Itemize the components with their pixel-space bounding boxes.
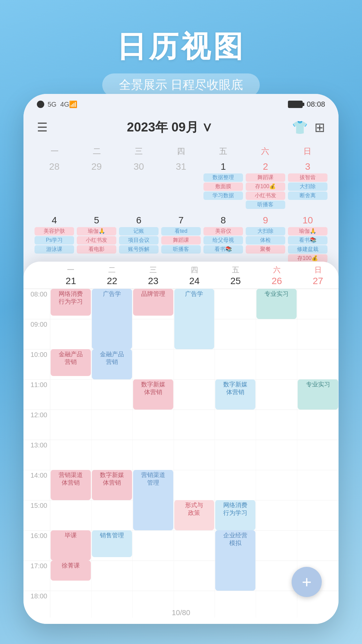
week-col-sat: 六26 xyxy=(256,265,297,286)
cal-day-29[interactable]: 29 xyxy=(76,160,117,211)
time-display: 08:08 xyxy=(307,100,325,109)
week-col-wed: 三23 xyxy=(133,265,174,286)
week-view-card: 一21 二22 三23 四24 五25 六26 日27 08 xyxy=(23,262,339,624)
progress-text: 10/80 xyxy=(172,608,190,617)
status-right: 08:08 xyxy=(288,100,325,109)
page-title: 日历视图 xyxy=(0,0,362,67)
event-biz-sim[interactable]: 企业经营模拟 xyxy=(215,530,255,591)
week-col-thu: 四24 xyxy=(174,265,215,286)
week-col-mon: 一21 xyxy=(50,265,92,286)
cal-day-3[interactable]: 3 拔智齿 大扫除 断舍离 xyxy=(287,160,328,211)
event-spec-sun[interactable]: 专业实习 xyxy=(298,379,338,410)
event-class-mon[interactable]: 毕课 xyxy=(51,530,91,560)
hero-badge: 全景展示 日程尽收眼底 xyxy=(0,73,362,97)
event-fin-prod[interactable]: 金融产品营销 xyxy=(51,349,91,376)
calendar-row-1: 28 29 30 31 1 数据整理 敷面膜 学习数据 2 舞蹈课 存100💰 … xyxy=(34,160,328,211)
progress-bar: 10/80 xyxy=(23,608,339,617)
event-form-thu[interactable]: 形式与政策 xyxy=(174,500,215,530)
day-col-fri: 数字新媒体营销 网络消费行为学习 企业经营模拟 xyxy=(215,289,256,618)
event-digital-new-fri[interactable]: 数字新媒体营销 xyxy=(215,379,255,410)
cal-day-31[interactable]: 31 xyxy=(160,160,202,211)
week-body: 08:00 09:00 10:00 11:00 12:00 13:00 14:0… xyxy=(23,289,339,618)
event-class2-tue[interactable]: 销售管理 xyxy=(92,530,132,557)
event-practice-mon[interactable]: 徐菁课 xyxy=(51,560,91,581)
month-title[interactable]: 2023年 09月 ∨ xyxy=(127,119,213,136)
event-network-marketing[interactable]: 网络消费行为学习 xyxy=(51,289,91,316)
week-col-fri: 五25 xyxy=(215,265,256,286)
event-digital-new-media-tue[interactable]: 数字新媒体营销 xyxy=(92,470,132,500)
weekday-fri: 五 xyxy=(202,144,244,159)
event-channel-mgmt[interactable]: 营销渠道管理 xyxy=(133,470,173,530)
weekday-thu: 四 xyxy=(160,144,202,159)
event-marketing-channel-mon[interactable]: 营销渠道体营销 xyxy=(51,470,91,500)
week-header: 一21 二22 三23 四24 五25 六26 日27 xyxy=(23,262,339,289)
day-col-thu: 广告学 形式与政策 xyxy=(174,289,215,618)
weekday-mon: 一 xyxy=(34,144,76,159)
event-spec-sat[interactable]: 专业实习 xyxy=(256,289,297,319)
camera-icon xyxy=(37,101,44,108)
cal-day-28[interactable]: 28 xyxy=(34,160,75,211)
day-col-tue: 广告学 金融产品营销 数字新媒体营销 销售管理 xyxy=(92,289,133,618)
time-column: 08:00 09:00 10:00 11:00 12:00 13:00 14:0… xyxy=(23,289,50,618)
event-mktg-wed[interactable]: 品牌管理 xyxy=(133,289,173,316)
days-grid: 网络消费行为学习 金融产品营销 营销渠道体营销 毕课 徐菁课 广告学 金融产品营… xyxy=(50,289,339,618)
weekday-sat: 六 xyxy=(244,144,287,159)
hero-badge-text: 全景展示 日程尽收眼底 xyxy=(102,73,260,97)
battery-icon xyxy=(288,101,303,108)
cal-day-1[interactable]: 1 数据整理 敷面膜 学习数据 xyxy=(202,160,244,211)
status-bar: 5G 4G📶 08:08 xyxy=(23,94,339,112)
weekday-sun: 日 xyxy=(286,144,328,159)
week-col-sun: 日27 xyxy=(297,265,339,286)
status-left: 5G 4G📶 xyxy=(37,100,77,108)
event-fin-tue[interactable]: 金融产品营销 xyxy=(92,349,132,379)
app-header: ☰ 2023年 09月 ∨ 👕 ⊞ xyxy=(23,112,339,143)
signal-icon: 5G 4G📶 xyxy=(48,100,77,108)
view-icon[interactable]: ⊞ xyxy=(314,120,325,135)
header-icons: 👕 ⊞ xyxy=(292,120,325,135)
event-network-fri[interactable]: 网络消费行为学习 xyxy=(215,500,255,530)
day-col-sat: 专业实习 xyxy=(256,289,297,618)
week-col-tue: 二22 xyxy=(92,265,133,286)
event-advert-tue[interactable]: 广告学 xyxy=(92,289,132,349)
weekday-tue: 二 xyxy=(76,144,118,159)
filter-icon[interactable]: 👕 xyxy=(292,120,308,135)
add-event-button[interactable]: + xyxy=(292,567,322,597)
phone-mockup: 5G 4G📶 08:08 ☰ 2023年 09月 ∨ 👕 ⊞ 一 二 三 四 五… xyxy=(23,94,339,624)
weekday-labels: 一 二 三 四 五 六 日 xyxy=(34,143,328,160)
day-col-mon: 网络消费行为学习 金融产品营销 营销渠道体营销 毕课 徐菁课 xyxy=(50,289,92,618)
cal-day-2[interactable]: 2 舞蹈课 存100💰 小红书发 听播客 xyxy=(245,160,286,211)
weekday-wed: 三 xyxy=(118,144,160,159)
menu-icon[interactable]: ☰ xyxy=(37,120,48,135)
cal-day-30[interactable]: 30 xyxy=(118,160,160,211)
day-col-wed: 品牌管理 数字新媒体营销 营销渠道管理 xyxy=(133,289,174,618)
event-digital-wed[interactable]: 数字新媒体营销 xyxy=(133,379,173,410)
calendar-month-view: 一 二 三 四 五 六 日 28 29 30 31 1 数据整理 敷面膜 学习数… xyxy=(23,143,339,277)
event-advert-thu[interactable]: 广告学 xyxy=(174,289,215,349)
